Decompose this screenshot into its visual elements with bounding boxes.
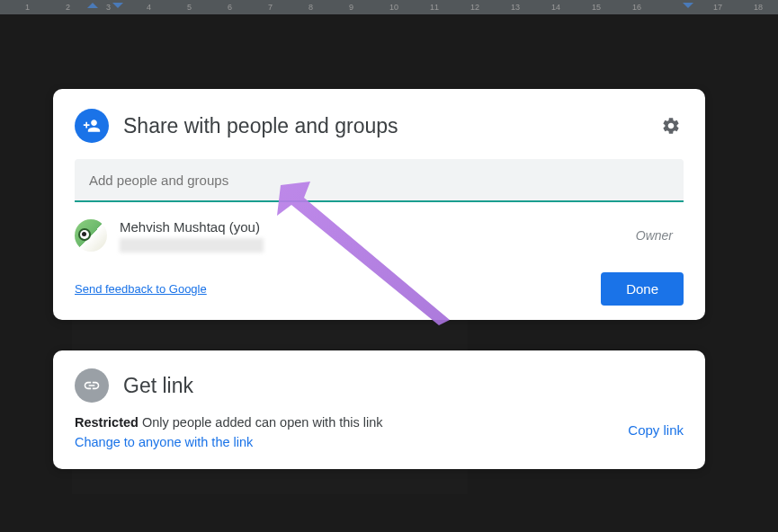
copy-link-button[interactable]: Copy link	[628, 415, 684, 438]
link-icon	[75, 368, 109, 403]
person-row: Mehvish Mushtaq (you) Owner	[53, 202, 705, 260]
get-link-card: Get link Restricted Only people added ca…	[53, 350, 705, 469]
person-name: Mehvish Mushtaq (you)	[120, 218, 636, 236]
share-dialog: Share with people and groups Mehvish Mus…	[53, 89, 705, 320]
done-button[interactable]: Done	[601, 272, 684, 306]
person-role: Owner	[636, 228, 684, 243]
indent-marker-right-icon	[682, 3, 694, 12]
add-people-input[interactable]	[75, 159, 684, 202]
feedback-link[interactable]: Send feedback to Google	[75, 282, 207, 296]
ruler: 1 2 3 4 5 6 7 8 9 10 11 12 13 14 15 16 1…	[0, 0, 778, 14]
change-access-link[interactable]: Change to anyone with the link	[75, 435, 383, 449]
gear-icon	[661, 116, 681, 136]
restricted-label: Restricted	[75, 415, 139, 430]
indent-marker-icon	[112, 3, 124, 12]
restriction-text: Restricted Only people added can open wi…	[75, 415, 383, 430]
avatar	[75, 219, 107, 252]
get-link-title: Get link	[123, 374, 193, 398]
settings-button[interactable]	[658, 113, 684, 138]
person-email-redacted	[120, 238, 264, 253]
indent-marker-left-icon	[86, 3, 99, 12]
person-add-icon	[75, 109, 109, 143]
share-title: Share with people and groups	[123, 114, 658, 138]
